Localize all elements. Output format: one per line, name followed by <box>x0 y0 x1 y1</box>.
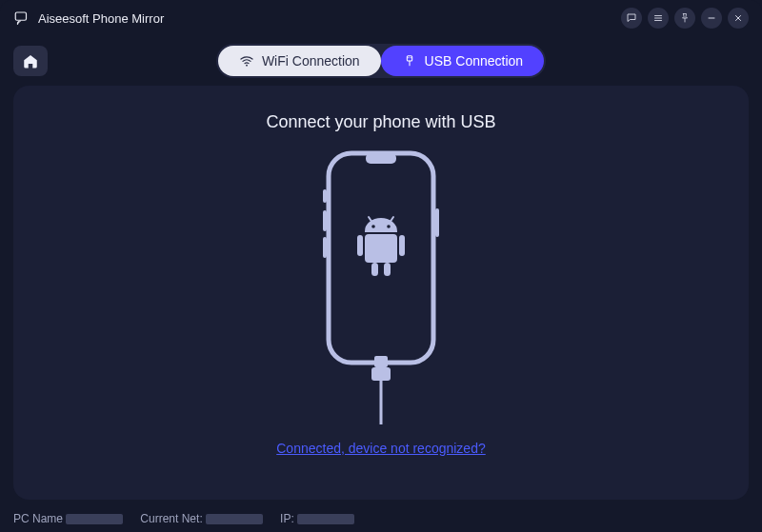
ip-label: IP: <box>280 512 294 525</box>
svg-rect-0 <box>15 12 26 20</box>
usb-icon <box>402 53 417 69</box>
connection-tabs: WiFi Connection USB Connection <box>216 44 546 78</box>
main-heading: Connect your phone with USB <box>266 112 495 132</box>
svg-point-2 <box>246 65 248 67</box>
svg-rect-23 <box>380 381 383 424</box>
svg-point-12 <box>371 225 375 228</box>
svg-rect-3 <box>407 56 411 61</box>
footer-net: Current Net: <box>140 512 263 525</box>
svg-point-13 <box>387 225 391 228</box>
menu-button[interactable] <box>648 8 669 29</box>
android-icon <box>357 217 405 276</box>
svg-rect-21 <box>374 356 388 367</box>
footer-pc-name: PC Name <box>13 512 123 525</box>
close-button[interactable] <box>728 8 749 29</box>
svg-point-1 <box>17 23 19 25</box>
tab-usb[interactable]: USB Connection <box>381 46 545 76</box>
svg-rect-9 <box>323 210 327 231</box>
menu-icon <box>652 12 664 24</box>
feedback-button[interactable] <box>621 8 642 29</box>
svg-rect-19 <box>371 263 378 276</box>
svg-rect-18 <box>399 235 405 256</box>
help-link-not-recognized[interactable]: Connected, device not recognized? <box>276 441 485 456</box>
ip-value <box>297 514 354 524</box>
close-icon <box>732 12 744 24</box>
net-label: Current Net: <box>140 512 202 525</box>
app-title: Aiseesoft Phone Mirror <box>38 11 164 26</box>
wifi-icon <box>239 53 254 69</box>
svg-point-4 <box>408 57 409 58</box>
svg-point-5 <box>410 57 411 58</box>
svg-rect-16 <box>365 234 397 263</box>
main-panel: Connect your phone with USB <box>13 86 749 500</box>
minimize-icon <box>706 12 717 24</box>
pc-name-label: PC Name <box>13 512 63 525</box>
mirror-icon <box>13 10 30 27</box>
tab-wifi-label: WiFi Connection <box>262 53 360 69</box>
svg-rect-17 <box>357 235 363 256</box>
status-bar: PC Name Current Net: IP: <box>0 505 762 532</box>
minimize-button[interactable] <box>701 8 722 29</box>
svg-rect-22 <box>371 367 391 381</box>
svg-rect-7 <box>366 153 396 164</box>
tab-usb-label: USB Connection <box>425 53 524 69</box>
home-button[interactable] <box>13 46 48 76</box>
pin-button[interactable] <box>674 8 695 29</box>
net-value <box>206 514 263 524</box>
svg-rect-8 <box>323 189 327 203</box>
pc-name-value <box>66 514 123 524</box>
svg-rect-20 <box>384 263 391 276</box>
tab-wifi[interactable]: WiFi Connection <box>218 46 381 76</box>
pin-icon <box>679 12 691 24</box>
speech-bubble-icon <box>626 12 637 24</box>
home-icon <box>22 52 39 69</box>
footer-ip: IP: <box>280 512 354 525</box>
app-logo: Aiseesoft Phone Mirror <box>13 10 164 27</box>
phone-illustration <box>300 149 462 429</box>
svg-rect-11 <box>435 208 439 237</box>
svg-rect-10 <box>323 237 327 258</box>
